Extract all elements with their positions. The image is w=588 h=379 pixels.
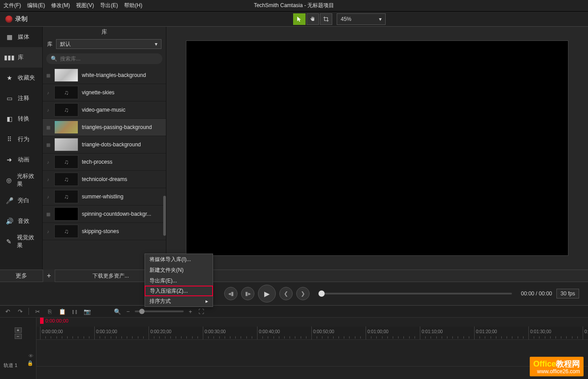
split-button[interactable]: ⫿⫿ [71,307,79,315]
crop-tool[interactable] [320,13,332,25]
ruler-tick: 0:00:30;00 [203,327,226,339]
sidebar-behaviors[interactable]: ⠿行为 [0,129,42,149]
lock-icon[interactable]: 🔒 [27,360,33,366]
prev-frame-button[interactable]: ◂▮ [224,287,238,300]
step-forward-button[interactable]: ❮ [279,287,293,300]
remove-track-button[interactable]: − [15,334,22,339]
sidebar-library[interactable]: ▮▮▮库 [0,47,42,68]
menu-edit[interactable]: 编辑(E) [27,2,45,9]
sidebar-annotations[interactable]: ▭注释 [0,88,42,109]
library-item[interactable]: ♪♫technicolor-dreams [43,171,166,188]
track-lane[interactable] [36,367,588,379]
screenshot-button[interactable]: 📷 [83,307,91,315]
sidebar-favorites[interactable]: ★收藏夹 [0,68,42,88]
library-item-name: video-game-music [82,107,163,113]
library-header: 库 [43,27,166,37]
library-label: 库 [47,40,52,48]
menu-help[interactable]: 帮助(H) [124,2,142,9]
sidebar-voice[interactable]: 🎤旁白 [0,190,42,211]
next-frame-button[interactable]: ❯ [296,287,310,300]
library-item[interactable]: ♪♫summer-whistling [43,188,166,206]
ruler-tick: 0:01:20;00 [474,327,497,339]
paste-button[interactable]: 📋 [58,307,66,315]
sidebar-media[interactable]: ▦媒体 [0,27,42,47]
context-menu-item[interactable]: 导出库(E)... [145,275,213,286]
sidebar-transitions[interactable]: ◧转换 [0,109,42,129]
sidebar-audio[interactable]: 🔊音效 [0,211,42,231]
library-item[interactable]: ▦triangle-dots-background [43,136,166,153]
record-label: 录制 [15,15,28,23]
thumbnail [54,138,78,151]
timeline-ruler[interactable]: 0:00:00;000:00:10;000:00:20;000:00:30;00… [36,327,588,340]
sidebar-animations[interactable]: ➜动画 [0,149,42,170]
zoom-in-button[interactable]: + [186,307,194,315]
eye-icon[interactable]: 👁 [28,353,33,359]
search-icon: 🔍 [51,56,57,62]
copy-button[interactable]: ⎘ [46,307,54,315]
zoom-fit-button[interactable]: ⛶ [197,307,205,315]
more-bar: 更多 + 下载更多资产... [0,270,588,282]
more-button[interactable]: 更多 [0,272,43,280]
record-button[interactable]: 录制 [0,12,33,26]
thumbnail: ♫ [54,155,78,169]
library-search[interactable]: 🔍 [46,53,162,64]
menu-modify[interactable]: 修改(M) [51,2,70,9]
chevron-right-icon: ▸ [205,298,208,304]
context-menu: 将媒体导入库(I)...新建文件夹(N)导出库(E)...导入压缩库(Z)...… [145,254,213,307]
library-icon: ▮▮▮ [5,53,13,61]
context-menu-item[interactable]: 新建文件夹(N) [145,265,213,275]
menu-export[interactable]: 导出(E) [100,2,118,9]
library-dropdown[interactable]: 默认 ▾ [56,39,161,49]
menu-file[interactable]: 文件(F) [4,2,21,9]
menu-view[interactable]: 视图(V) [76,2,94,9]
wand-icon: ✎ [5,238,12,246]
animation-icon: ➜ [5,156,13,164]
library-item-name: vignette-skies [82,89,163,96]
library-item-name: white-triangles-background [82,72,163,78]
library-item[interactable]: ♪♫video-game-music [43,101,166,119]
seek-handle[interactable] [318,290,325,297]
mic-icon: 🎤 [5,197,13,205]
menu-bar: 文件(F) 编辑(E) 修改(M) 视图(V) 导出(E) 帮助(H) Tech… [0,0,588,12]
transition-icon: ◧ [5,115,13,123]
add-track-button[interactable]: + [15,327,22,333]
undo-button[interactable]: ↶ [4,307,12,315]
sidebar-visual[interactable]: ✎视觉效果 [0,231,42,252]
zoom-out-button[interactable]: − [124,307,132,315]
library-item[interactable]: ♪♫skipping-stones [43,223,166,240]
track-lane[interactable] [36,340,588,367]
ruler-tick: 0:01:30;00 [528,327,551,339]
time-display: 00:00 / 00:00 [521,290,552,297]
library-item[interactable]: ▦spinning-countdown-backgr... [43,206,166,223]
library-panel: 库 库 默认 ▾ 🔍 ▦white-triangles-background♪♫… [43,27,166,270]
sidebar-cursor[interactable]: ◎光标效果 [0,170,42,190]
fps-display[interactable]: 30 fps [556,289,579,298]
library-item[interactable]: ♪♫vignette-skies [43,84,166,101]
cut-button[interactable]: ✂ [33,307,41,315]
seek-bar[interactable] [318,293,512,294]
playhead[interactable]: 0:00:00;00 [40,318,68,324]
zoom-select[interactable]: 45% ▾ [337,13,386,25]
context-menu-item[interactable]: 将媒体导入库(I)... [145,254,213,265]
type-icon: ♪ [45,90,51,95]
select-tool[interactable] [293,13,306,25]
step-back-button[interactable]: ▮▸ [241,287,254,300]
zoom-slider[interactable] [135,310,184,312]
library-item[interactable]: ▦triangles-passing-background [43,119,166,136]
ruler-tick: 0:00:40;00 [257,327,280,339]
timeline-track-headers: + − 轨道 1 👁 🔒 [0,318,36,379]
search-input[interactable] [60,56,158,62]
preview-canvas[interactable] [186,40,568,256]
redo-button[interactable]: ↷ [16,307,24,315]
library-item[interactable]: ♪♫tech-process [43,153,166,171]
library-scrollbar[interactable] [163,67,166,270]
play-button[interactable]: ▶ [258,285,276,302]
context-menu-item[interactable]: 排序方式▸ [145,296,213,306]
pan-tool[interactable] [306,13,319,25]
library-item[interactable]: ▦white-triangles-background [43,67,166,84]
timeline-toolbar: ↶ ↷ ✂ ⎘ 📋 ⫿⫿ 📷 🔍 − + ⛶ [0,305,588,318]
app-title: TechSmith Camtasia - 无标题项目 [254,2,334,9]
add-button[interactable]: + [43,270,55,282]
context-menu-item[interactable]: 导入压缩库(Z)... [145,286,213,296]
thumbnail: ♫ [54,173,78,186]
